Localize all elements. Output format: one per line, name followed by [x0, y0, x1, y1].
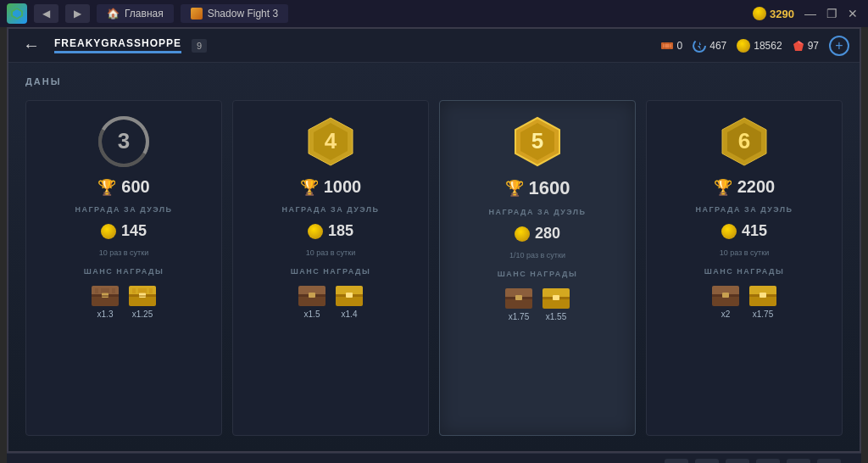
chest-brown-4 [297, 284, 327, 308]
dan-3-trophy: 600 [121, 177, 149, 197]
svg-rect-27 [149, 288, 153, 293]
dan-6-chest-2: x1.75 [748, 284, 778, 319]
reward-coin-4 [308, 224, 323, 239]
cards-grid: 3 🏆 600 НАГРАДА ЗА ДУЭЛЬ 145 10 раз в су… [25, 100, 843, 436]
dan-3-trophy-row: 🏆 600 [97, 177, 149, 197]
dan-4-chance: ШАНС НАГРАДЫ [291, 267, 370, 276]
chest-gold-6 [748, 284, 778, 308]
dan-3-chest-2: x1.25 [127, 284, 158, 319]
window-controls: — ❐ ✕ [801, 8, 861, 20]
dan-4-duel-label: НАГРАДА ЗА ДУЭЛЬ [281, 205, 379, 214]
dan-5-reward: 280 [515, 225, 560, 243]
svg-rect-3 [663, 44, 671, 47]
dan-5-card[interactable]: 5 🏆 1600 НАГРАДА ЗА ДУЭЛЬ 280 1/10 раз в… [439, 100, 636, 436]
svg-rect-34 [309, 293, 315, 298]
dan-5-amount: 280 [535, 225, 560, 243]
dan-4-badge: 4 [303, 114, 358, 169]
home-tab[interactable]: 🏠 Главная [97, 4, 174, 23]
dan-5-trophy: 1600 [529, 177, 570, 199]
section-title: ДАНЫ [25, 76, 843, 86]
game-frame: ← FREAKYGRASSHOPPE 9 0 467 [7, 27, 861, 453]
svg-rect-18 [101, 288, 109, 293]
svg-text:3: 3 [118, 128, 130, 153]
username-progress-bar [54, 51, 181, 53]
bluestacks-logo [7, 3, 27, 24]
dan-3-badge: 3 [97, 114, 151, 169]
username-label: FREAKYGRASSHOPPE [54, 37, 181, 49]
dan-3-chest2-mult: x1.25 [132, 310, 153, 319]
eye-button[interactable]: 👁 [695, 459, 719, 464]
coins-value: 18562 [754, 40, 782, 52]
game-tab[interactable]: Shadow Fight 3 [181, 4, 288, 23]
back-nav-button[interactable]: ◀ [34, 4, 58, 23]
gems-stat: 97 [793, 40, 819, 52]
tickets-stat: 0 [660, 39, 683, 53]
username-area: FREAKYGRASSHOPPE [54, 37, 181, 53]
energy-icon [693, 39, 706, 53]
dan-4-reward: 185 [308, 222, 353, 240]
dan-4-chest2-mult: x1.4 [342, 310, 358, 319]
reward-coin-3 [101, 224, 116, 239]
svg-rect-26 [138, 288, 147, 293]
svg-rect-25 [132, 288, 136, 293]
dan-5-freq: 1/10 раз в сутки [509, 251, 565, 259]
dan-3-chance: ШАНС НАГРАДЫ [84, 267, 164, 276]
dan-5-chest1-mult: x1.75 [509, 312, 529, 321]
dan-3-chests: x1.3 x1.25 [90, 284, 158, 319]
svg-rect-60 [760, 293, 766, 298]
dan-6-chest-1: x2 [710, 284, 741, 319]
chest-gold-3 [127, 284, 158, 308]
dan-6-amount: 415 [742, 222, 767, 240]
dan-6-chance: ШАНС НАГРАДЫ [704, 267, 784, 276]
svg-rect-38 [346, 293, 353, 298]
dan-5-chests: x1.75 x1.55 [504, 287, 571, 321]
bs-coin-icon [753, 7, 766, 20]
location-button[interactable]: 📍 [756, 459, 780, 464]
dan-3-card[interactable]: 3 🏆 600 НАГРАДА ЗА ДУЭЛЬ 145 10 раз в су… [25, 100, 222, 436]
bottom-right: ⌨ 👁 ⛶ 📍 ✂ 📱 [665, 459, 841, 464]
energy-stat: 467 [693, 39, 726, 53]
keyboard-button[interactable]: ⌨ [665, 459, 688, 464]
dan-6-trophy-row: 🏆 2200 [714, 177, 776, 197]
dan-6-chest1-mult: x2 [721, 310, 731, 319]
dan-4-card[interactable]: 4 🏆 1000 НАГРАДА ЗА ДУЭЛЬ 185 10 раз в с… [232, 100, 429, 436]
add-currency-button[interactable]: + [829, 36, 849, 56]
dan-5-trophy-row: 🏆 1600 [505, 177, 570, 199]
home-tab-icon: 🏠 [107, 8, 120, 20]
dan-4-trophy: 1000 [324, 177, 362, 197]
fullscreen-button[interactable]: ⛶ [726, 459, 749, 464]
dan-5-badge: 5 [510, 114, 565, 169]
dan-5-chance: ШАНС НАГРАДЫ [498, 270, 577, 278]
dan-6-card[interactable]: 6 🏆 2200 НАГРАДА ЗА ДУЭЛЬ 415 10 раз в с… [646, 100, 843, 436]
dan-6-chest2-mult: x1.75 [753, 310, 773, 319]
dan-3-chest1-mult: x1.3 [97, 310, 114, 319]
game-tab-label: Shadow Fight 3 [208, 8, 278, 20]
svg-text:4: 4 [325, 128, 337, 153]
chest-gold-4 [334, 284, 364, 308]
ticket-icon [660, 39, 674, 53]
dan-4-chest-1: x1.5 [297, 284, 327, 319]
gems-value: 97 [808, 40, 819, 52]
game-topbar: ← FREAKYGRASSHOPPE 9 0 467 [8, 29, 860, 63]
dan-5-duel-label: НАГРАДА ЗА ДУЭЛЬ [488, 208, 586, 216]
game-content: ДАНЫ 3 [8, 63, 860, 451]
minimize-button[interactable]: — [801, 8, 820, 20]
bottom-bar: ← ⌂ ⌨ 👁 ⛶ 📍 ✂ 📱 [7, 453, 861, 463]
game-back-button[interactable]: ← [19, 33, 44, 59]
maximize-button[interactable]: ❐ [823, 8, 841, 20]
svg-text:6: 6 [738, 128, 750, 153]
reward-coin-6 [721, 224, 737, 239]
scissors-button[interactable]: ✂ [787, 459, 810, 464]
svg-rect-49 [553, 295, 559, 300]
chest-gold-5 [541, 287, 571, 310]
dan-3-amount: 145 [121, 222, 147, 240]
dan-3-chest-1: x1.3 [90, 284, 120, 319]
svg-rect-56 [722, 293, 729, 298]
dan-4-trophy-row: 🏆 1000 [300, 177, 362, 197]
forward-nav-button[interactable]: ▶ [65, 4, 90, 23]
chest-brown-3 [90, 284, 120, 308]
gem-icon [793, 40, 804, 52]
close-button[interactable]: ✕ [844, 8, 861, 20]
svg-text:5: 5 [531, 128, 543, 153]
phone-button[interactable]: 📱 [817, 459, 841, 464]
